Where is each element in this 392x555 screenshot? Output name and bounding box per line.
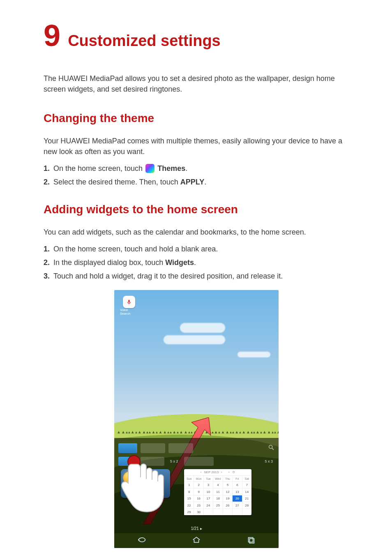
calendar-day <box>203 509 213 516</box>
step-text: . <box>194 258 196 267</box>
calendar-day[interactable]: 18 <box>213 495 222 502</box>
calendar-day[interactable]: 5 <box>223 481 232 488</box>
chevron-right-icon[interactable]: › <box>221 470 222 474</box>
section2-step-3: Touch and hold a widget, drag it to the … <box>44 270 349 282</box>
calendar-day[interactable]: 21 <box>242 495 251 502</box>
recent-apps-button[interactable] <box>247 536 256 545</box>
widget-thumbnail[interactable] <box>141 443 165 453</box>
calendar-day[interactable]: 4 <box>213 481 222 488</box>
widget-thumbnail[interactable] <box>184 457 214 466</box>
calendar-dow: Thu <box>223 475 232 481</box>
tray-main: 10° ‹ SEP 2013 › + ⚙ SunMonTueWedThuFriS… <box>114 466 279 519</box>
section1-step-2: Select the desired theme. Then, touch AP… <box>44 176 349 188</box>
calendar-day[interactable]: 26 <box>223 502 232 509</box>
step-text: . <box>185 164 187 173</box>
calendar-dow: Fri <box>232 475 242 481</box>
calendar-day[interactable]: 12 <box>223 488 232 495</box>
widgets-tray: 5 x 2 5 x 3 10° ‹ SEP 2013 › <box>114 438 279 533</box>
step-text: Select the desired theme. Then, touch <box>53 178 180 186</box>
calendar-month: SEP 2013 <box>204 470 219 474</box>
calendar-widget[interactable]: ‹ SEP 2013 › + ⚙ SunMonTueWedThuFriSat12… <box>184 469 251 515</box>
widgets-label: Widgets <box>165 258 194 267</box>
themes-label: Themes <box>157 164 185 173</box>
search-icon[interactable] <box>268 444 274 452</box>
section1-body: Your HUAWEI MediaPad comes with multiple… <box>44 136 349 157</box>
calendar-dow: Sun <box>184 475 194 481</box>
calendar-header: ‹ SEP 2013 › + ⚙ <box>184 469 251 475</box>
calendar-day[interactable]: 25 <box>213 502 222 509</box>
chapter-title: 9 Customized settings <box>44 21 349 51</box>
chapter-number: 9 <box>44 21 60 51</box>
cloud <box>164 335 225 344</box>
svg-rect-0 <box>128 300 130 303</box>
calendar-day[interactable]: 1 <box>184 481 194 488</box>
settings-icon[interactable]: ⚙ <box>232 470 235 474</box>
calendar-day[interactable]: 20 <box>232 495 242 502</box>
calendar-dow: Wed <box>213 475 222 481</box>
chapter-name: Customized settings <box>68 33 221 49</box>
calendar-day[interactable]: 28 <box>242 502 251 509</box>
figure: ▲▲▴▴▲▴▲▲▴▴▲▴▲▲▴▴▲▴▲▲▴▴▲▴▲▲▴▴▲▴▲▲▴▴▲▴▲▲▴▴… <box>44 290 349 548</box>
section1-step-1: On the home screen, touch Themes. <box>44 163 349 175</box>
svg-rect-6 <box>250 539 254 543</box>
calendar-dow: Mon <box>194 475 203 481</box>
plus-icon[interactable]: + <box>228 470 230 474</box>
section-heading-adding-widgets: Adding widgets to the home screen <box>44 203 349 216</box>
section2-body: You can add widgets, such as the calenda… <box>44 227 349 237</box>
calendar-day[interactable]: 13 <box>232 488 242 495</box>
widget-thumbnail[interactable] <box>168 443 193 453</box>
cloud <box>180 323 225 333</box>
widget-pager[interactable]: 1/21 ▸ <box>114 526 279 531</box>
home-button[interactable] <box>192 536 201 545</box>
calendar-day[interactable]: 3 <box>203 481 213 488</box>
tray-row <box>114 442 279 454</box>
cloud-icon <box>128 478 142 486</box>
cloud <box>238 352 270 357</box>
calendar-day[interactable]: 11 <box>213 488 222 495</box>
chevron-left-icon[interactable]: ‹ <box>201 470 202 474</box>
calendar-day <box>242 509 251 516</box>
calendar-day[interactable]: 8 <box>184 488 194 495</box>
calendar-day <box>213 509 222 516</box>
calendar-day[interactable]: 30 <box>194 509 203 516</box>
section1-steps: On the home screen, touch Themes. Select… <box>44 163 349 188</box>
svg-rect-5 <box>249 538 253 542</box>
widget-thumbnail[interactable] <box>141 457 164 466</box>
section2-steps: On the home screen, touch and hold a bla… <box>44 243 349 282</box>
widget-size-label: 5 x 3 <box>263 459 274 463</box>
tray-row: 5 x 2 5 x 3 <box>114 454 279 466</box>
calendar-day[interactable]: 16 <box>194 495 203 502</box>
voice-search-widget[interactable]: Voice Search <box>120 296 138 315</box>
calendar-day[interactable]: 9 <box>194 488 203 495</box>
calendar-day[interactable]: 2 <box>194 481 203 488</box>
tree-line: ▲▲▴▴▲▴▲▲▴▴▲▴▲▲▴▴▲▴▲▲▴▴▲▴▲▲▴▴▲▴▲▲▴▴▲▴▲▲▴▴… <box>114 430 279 438</box>
temperature-value: 10° <box>142 473 156 484</box>
step-text: Touch and hold a widget, drag it to the … <box>53 272 283 280</box>
section-heading-changing-theme: Changing the theme <box>44 112 349 125</box>
calendar-day[interactable]: 14 <box>242 488 251 495</box>
step-text: On the home screen, touch <box>53 164 145 173</box>
svg-line-4 <box>272 448 274 450</box>
calendar-day[interactable]: 10 <box>203 488 213 495</box>
themes-icon <box>145 164 154 173</box>
step-text: On the home screen, touch and hold a bla… <box>53 245 218 253</box>
widget-thumbnail[interactable] <box>118 457 136 466</box>
intro-paragraph: The HUAWEI MediaPad allows you to set a … <box>44 73 349 94</box>
calendar-day[interactable]: 22 <box>184 502 194 509</box>
calendar-day[interactable]: 23 <box>194 502 203 509</box>
calendar-day[interactable]: 17 <box>203 495 213 502</box>
calendar-day[interactable]: 15 <box>184 495 194 502</box>
calendar-day[interactable]: 27 <box>232 502 242 509</box>
navigation-bar <box>114 533 279 548</box>
weather-widget[interactable]: 10° <box>121 469 170 498</box>
calendar-day[interactable]: 7 <box>242 481 251 488</box>
calendar-grid: SunMonTueWedThuFriSat1234567891011121314… <box>184 475 251 515</box>
widget-thumbnail[interactable] <box>118 443 137 453</box>
step-text: In the displayed dialog box, touch <box>53 258 165 267</box>
calendar-day[interactable]: 6 <box>232 481 242 488</box>
back-button[interactable] <box>137 536 146 545</box>
calendar-dow: Sat <box>242 475 251 481</box>
calendar-day[interactable]: 24 <box>203 502 213 509</box>
calendar-day[interactable]: 19 <box>223 495 232 502</box>
calendar-day[interactable]: 29 <box>184 509 194 516</box>
